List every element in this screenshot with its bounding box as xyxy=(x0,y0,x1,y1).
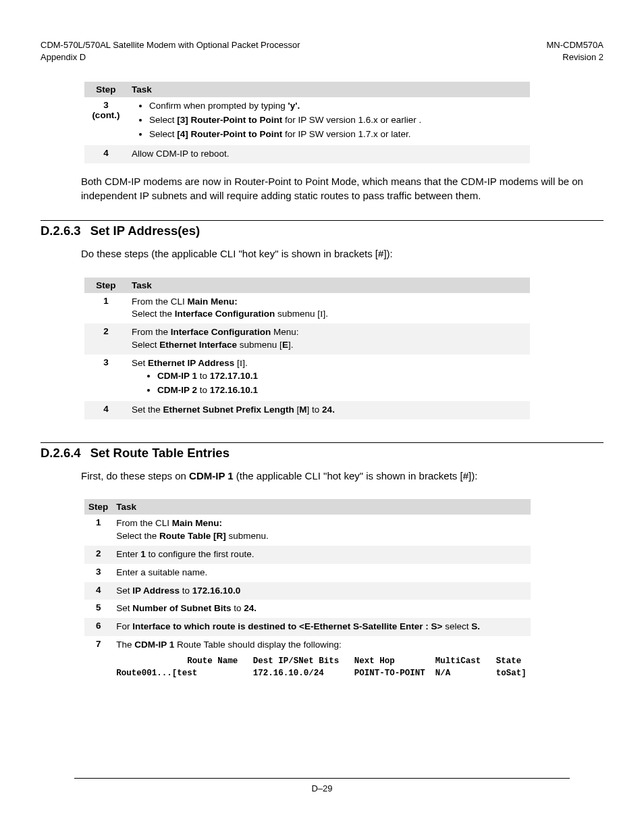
col-task: Task xyxy=(128,278,530,293)
list-item: CDM-IP 1 to 172.17.10.1 xyxy=(157,370,526,383)
table-row: 6 For Interface to which route is destin… xyxy=(84,618,531,636)
col-step: Step xyxy=(84,278,128,293)
list-item: CDM-IP 2 to 172.16.10.1 xyxy=(157,384,526,397)
table-row: 7 The CDM-IP 1 Route Table should displa… xyxy=(84,636,531,682)
table-route-entries: Step Task 1 From the CLI Main Menu: Sele… xyxy=(84,499,531,682)
list-item: Select [4] Router-Point to Point for IP … xyxy=(149,128,526,141)
header-right-1: MN-CDM570A xyxy=(546,39,603,51)
page-number: D–29 xyxy=(0,783,644,793)
col-task: Task xyxy=(128,82,530,97)
col-step: Step xyxy=(84,499,112,515)
table-continued-steps: Step Task 3 (cont.) Confirm when prompte… xyxy=(84,82,530,163)
section-rule xyxy=(41,442,603,443)
section-heading-d263: D.2.6.3Set IP Address(es) xyxy=(41,224,603,238)
table-row: 4 Allow CDM-IP to reboot. xyxy=(84,145,530,163)
page-header: CDM-570L/570AL Satellite Modem with Opti… xyxy=(41,39,603,63)
col-step: Step xyxy=(84,82,128,97)
table-row: 2 From the Interface Configuration Menu:… xyxy=(84,323,530,355)
body-paragraph: Both CDM-IP modems are now in Router-Poi… xyxy=(81,174,603,203)
col-task: Task xyxy=(112,499,531,515)
header-right-2: Revision 2 xyxy=(546,51,603,63)
table-row: 3 Enter a suitable name. xyxy=(84,564,531,582)
table-row: 3 (cont.) Confirm when prompted by typin… xyxy=(84,97,530,145)
table-row: 3 Set Ethernet IP Address [I]. CDM-IP 1 … xyxy=(84,355,530,401)
route-table-output: Route Name Dest IP/SNet Bits Next Hop Mu… xyxy=(116,656,527,679)
table-row: 4 Set IP Address to 172.16.10.0 xyxy=(84,582,531,600)
table-row: 5 Set Number of Subnet Bits to 24. xyxy=(84,600,531,618)
header-left-2: Appendix D xyxy=(41,51,300,63)
header-left-1: CDM-570L/570AL Satellite Modem with Opti… xyxy=(41,39,300,51)
footer-rule xyxy=(74,778,570,779)
section-intro: First, do these steps on CDM-IP 1 (the a… xyxy=(81,469,603,483)
section-heading-d264: D.2.6.4Set Route Table Entries xyxy=(41,446,603,461)
list-item: Select [3] Router-Point to Point for IP … xyxy=(149,114,526,127)
table-row: 1 From the CLI Main Menu: Select the Rou… xyxy=(84,515,531,546)
section-intro: Do these steps (the applicable CLI "hot … xyxy=(81,246,603,261)
table-row: 4 Set the Ethernet Subnet Prefix Length … xyxy=(84,401,530,419)
section-rule xyxy=(41,220,603,221)
table-row: 1 From the CLI Main Menu: Select the Int… xyxy=(84,293,530,324)
table-row: 2 Enter 1 to configure the first route. xyxy=(84,546,531,564)
list-item: Confirm when prompted by typing 'y'. xyxy=(149,100,526,113)
table-set-ip: Step Task 1 From the CLI Main Menu: Sele… xyxy=(84,278,530,419)
